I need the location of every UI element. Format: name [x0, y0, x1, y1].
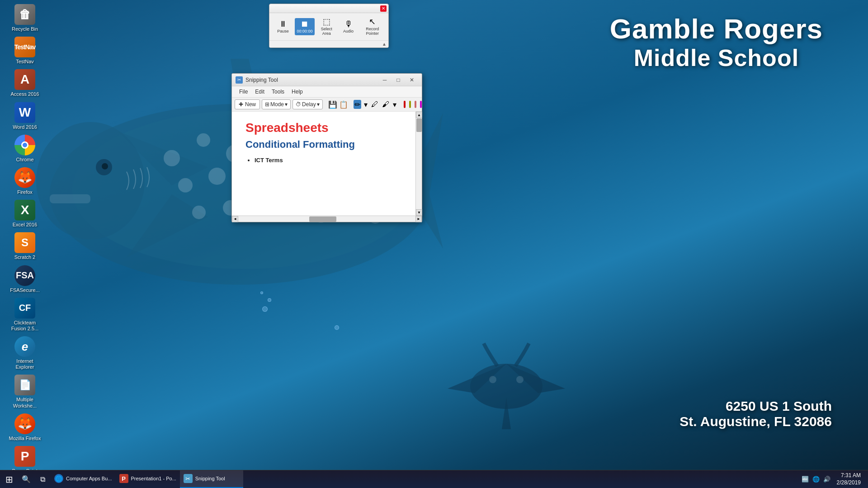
icon-word-2016[interactable]: W Word 2016: [5, 100, 45, 132]
icon-internet-explorer[interactable]: e Internet Explorer: [5, 334, 45, 372]
pause-icon: ⏸: [279, 20, 287, 28]
new-snip-button[interactable]: ✚ New: [235, 99, 260, 109]
svg-point-8: [197, 133, 210, 147]
mode-icon: ⊞: [265, 101, 269, 108]
desktop-icons-container: 🗑 Recycle Bin TestNav TestNav A Access 2…: [0, 0, 50, 470]
record-pointer-icon: ↖: [369, 18, 376, 26]
recycle-bin-icon-img: 🗑: [14, 4, 35, 25]
recycle-bin-label: Recycle Bin: [12, 26, 38, 32]
start-button[interactable]: ⊞: [0, 470, 18, 488]
minimize-button[interactable]: ─: [378, 75, 391, 84]
menu-tools[interactable]: Tools: [268, 87, 288, 96]
record-pointer-button[interactable]: ↖ Record Pointer: [360, 16, 385, 38]
icon-access-2016[interactable]: A Access 2016: [5, 67, 45, 99]
hscroll-thumb[interactable]: [309, 216, 336, 222]
audio-icon: 🎙: [344, 20, 353, 28]
eraser-icon[interactable]: 🖌: [381, 100, 390, 109]
snip-slide-content: Spreadsheets Conditional Formatting ICT …: [232, 112, 415, 216]
firefox-label: Firefox: [17, 189, 33, 195]
maximize-button[interactable]: □: [392, 75, 405, 84]
taskbar-item-presentation[interactable]: P Presentation1 - Po...: [116, 470, 180, 488]
volume-icon[interactable]: 🔊: [822, 475, 831, 484]
menu-help[interactable]: Help: [288, 87, 307, 96]
list-item-ict-terms: ICT Terms: [255, 157, 402, 164]
snipping-tool-content: Spreadsheets Conditional Formatting ICT …: [232, 112, 415, 216]
bubble: [268, 298, 271, 302]
icon-chrome[interactable]: Chrome: [5, 133, 45, 164]
select-area-button[interactable]: ⬚ Select Area: [316, 16, 337, 38]
clock-time: 7:31 AM: [837, 472, 861, 479]
hscroll-right-button[interactable]: ►: [415, 216, 422, 222]
icon-mozilla-firefox[interactable]: 🦊 Mozilla Firefox: [5, 412, 45, 443]
hscroll-left-button[interactable]: ◄: [232, 216, 238, 222]
snipping-tool-scrollbar[interactable]: ▲ ▼: [415, 112, 422, 216]
color3-icon[interactable]: [415, 101, 416, 108]
svg-point-14: [178, 178, 193, 192]
mode-dropdown[interactable]: ⊞ Mode ▾: [262, 99, 291, 109]
copy-icon[interactable]: 📋: [339, 100, 348, 109]
delay-dropdown[interactable]: ⏱ Delay ▾: [292, 99, 323, 109]
scroll-up-button[interactable]: ▲: [416, 112, 422, 118]
recording-toolbar-close[interactable]: ✕: [380, 5, 387, 12]
svg-rect-28: [50, 194, 90, 203]
pause-button[interactable]: ⏸ Pause: [273, 18, 293, 35]
access-icon-img: A: [14, 69, 35, 90]
snipping-tool-taskbar-icon: ✂: [184, 474, 193, 483]
chrome-icon-img: [14, 135, 35, 155]
audio-button[interactable]: 🎙 Audio: [339, 18, 359, 35]
slide-heading1: Spreadsheets: [245, 121, 402, 135]
multi-icon-img: 📄: [14, 375, 35, 395]
window-controls: ─ □ ✕: [378, 75, 418, 84]
mozfx-icon-img: 🦊: [14, 413, 35, 434]
close-button[interactable]: ✕: [406, 75, 418, 84]
eraser-chevron-icon[interactable]: ▾: [392, 100, 397, 109]
icon-clickteam[interactable]: CF Clickteam Fusion 2.5...: [5, 296, 45, 333]
icon-testnav[interactable]: TestNav TestNav: [5, 35, 45, 66]
task-view-button[interactable]: ⧉: [34, 471, 51, 488]
bubble: [260, 291, 263, 294]
audio-label: Audio: [343, 29, 354, 33]
icon-excel-2016[interactable]: X Excel 2016: [5, 198, 45, 230]
delay-chevron-icon: ▾: [317, 101, 320, 108]
clock-date: 2/28/2019: [837, 479, 861, 487]
pen-icon[interactable]: ✏: [354, 100, 361, 109]
taskbar-item-computer-apps[interactable]: 🌐 Computer Apps Bu...: [51, 470, 116, 488]
svg-point-30: [102, 163, 108, 169]
pen-chevron-icon[interactable]: ▾: [363, 100, 368, 109]
ppt-icon-img: P: [14, 446, 35, 467]
color2-icon[interactable]: [409, 101, 411, 108]
scrollbar-thumb[interactable]: [416, 118, 422, 132]
network-icon[interactable]: 🌐: [811, 475, 821, 484]
stop-icon: ⏹: [301, 20, 309, 28]
recording-toolbar-bottom: ▲: [269, 40, 388, 47]
keyboard-layout-icon[interactable]: 🔤: [801, 475, 810, 484]
recording-toolbar: ✕ ⏸ Pause ⏹ 00:00:00 ⬚ Select Area 🎙 Aud…: [269, 4, 389, 48]
taskbar-item-snipping-tool[interactable]: ✂ Snipping Tool: [180, 470, 243, 488]
scroll-down-button[interactable]: ▼: [416, 209, 422, 216]
access-label: Access 2016: [11, 91, 39, 97]
snipping-tool-hscrollbar[interactable]: ◄ ►: [232, 216, 422, 222]
snipping-tool-title: Snipping Tool: [245, 77, 378, 83]
presentation-label: Presentation1 - Po...: [131, 476, 176, 481]
taskbar: ⊞ 🔍 ⧉ 🌐 Computer Apps Bu... P Presentati…: [0, 470, 868, 488]
menu-edit[interactable]: Edit: [251, 87, 268, 96]
menu-file[interactable]: File: [236, 87, 251, 96]
search-button[interactable]: 🔍: [18, 471, 34, 488]
stop-button[interactable]: ⏹ 00:00:00: [295, 18, 315, 35]
icon-multiple-worksheets[interactable]: 📄 Multiple Workshe...: [5, 373, 45, 410]
slide-list: ICT Terms: [255, 157, 402, 164]
clock[interactable]: 7:31 AM 2/28/2019: [833, 472, 864, 486]
icon-recycle-bin[interactable]: 🗑 Recycle Bin: [5, 2, 45, 34]
save-icon[interactable]: 💾: [328, 100, 337, 109]
icon-scratch-2[interactable]: S Scratch 2: [5, 230, 45, 262]
snipping-tool-toolbar: ✚ New ⊞ Mode ▾ ⏱ Delay ▾ 💾 📋 ✏ ▾ 🖊 🖌 ▾: [232, 98, 422, 112]
pause-label: Pause: [277, 29, 289, 33]
highlighter-icon[interactable]: 🖊: [370, 100, 379, 109]
icon-firefox[interactable]: 🦊 Firefox: [5, 165, 45, 197]
icon-fsa-secure[interactable]: FSA FSASecure...: [5, 263, 45, 295]
new-label: New: [245, 101, 256, 108]
color1-icon[interactable]: [404, 101, 406, 108]
select-area-icon: ⬚: [323, 18, 330, 26]
color4-icon[interactable]: [420, 101, 422, 108]
recording-toolbar-expand[interactable]: ▲: [382, 42, 387, 47]
